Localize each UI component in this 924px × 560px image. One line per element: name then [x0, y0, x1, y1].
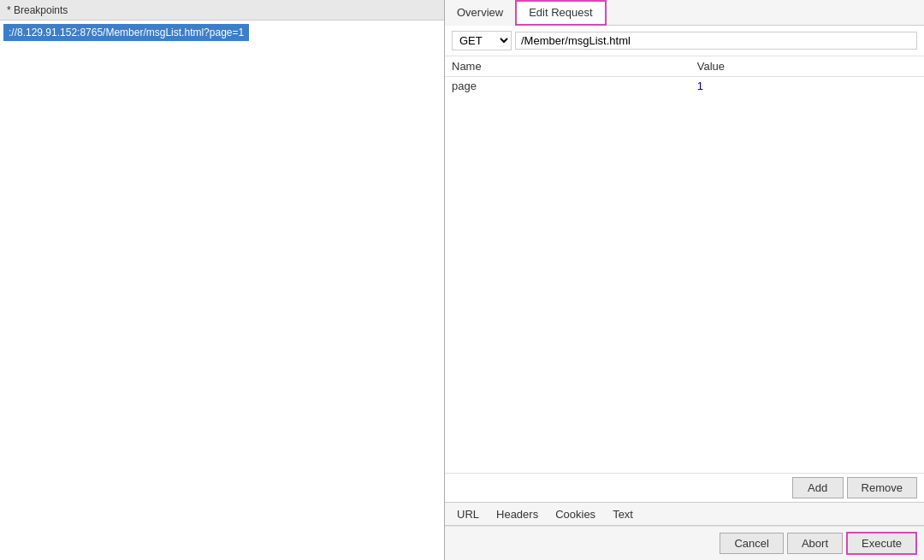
table-row: page1 — [445, 77, 924, 96]
execute-button[interactable]: Execute — [846, 532, 917, 555]
left-panel: * Breakpoints ://8.129.91.152:8765/Membe… — [0, 0, 445, 560]
param-value-cell: 1 — [690, 77, 924, 96]
params-table: Name Value page1 — [445, 56, 924, 473]
breakpoints-title: * Breakpoints — [7, 4, 68, 16]
bottom-tab-headers[interactable]: Headers — [488, 505, 547, 523]
bottom-tab-url[interactable]: URL — [448, 505, 488, 523]
url-input[interactable] — [515, 32, 917, 50]
param-name-cell: page — [445, 77, 690, 96]
method-url-row: GET POST PUT DELETE — [445, 26, 924, 56]
bottom-tab-text[interactable]: Text — [604, 505, 642, 523]
top-tabs-row: Overview Edit Request — [445, 0, 924, 26]
left-panel-header: * Breakpoints — [0, 0, 444, 21]
add-button[interactable]: Add — [792, 477, 844, 498]
bottom-tab-cookies[interactable]: Cookies — [547, 505, 604, 523]
add-remove-row: Add Remove — [445, 473, 924, 502]
breakpoint-item[interactable]: ://8.129.91.152:8765/Member/msgList.html… — [3, 24, 249, 41]
bottom-tabs-row: URL Headers Cookies Text — [445, 502, 924, 526]
cancel-button[interactable]: Cancel — [720, 533, 783, 554]
tab-overview[interactable]: Overview — [445, 0, 515, 26]
col-value-header: Value — [690, 56, 924, 77]
right-panel: Overview Edit Request GET POST PUT DELET… — [445, 0, 924, 560]
tab-edit-request[interactable]: Edit Request — [515, 0, 606, 26]
action-row: Cancel Abort Execute — [445, 526, 924, 560]
abort-button[interactable]: Abort — [787, 533, 843, 554]
breakpoints-list: ://8.129.91.152:8765/Member/msgList.html… — [0, 21, 444, 560]
col-name-header: Name — [445, 56, 690, 77]
remove-button[interactable]: Remove — [847, 477, 917, 498]
method-select[interactable]: GET POST PUT DELETE — [452, 31, 512, 50]
request-area: GET POST PUT DELETE Name Value — [445, 26, 924, 560]
